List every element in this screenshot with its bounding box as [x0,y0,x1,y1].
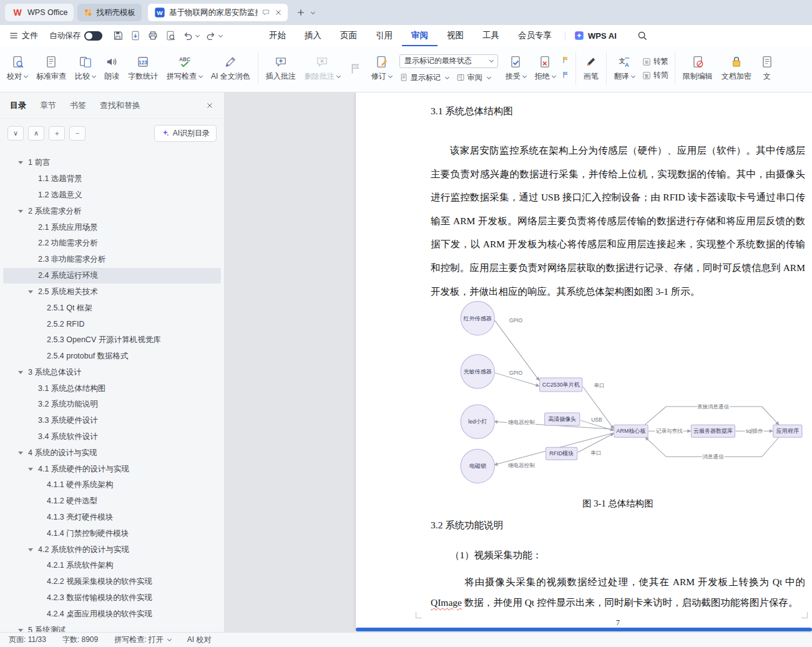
reject-change-button[interactable]: 拒绝 [531,53,560,84]
read-aloud-button[interactable]: 朗读 [100,53,124,84]
undo-button[interactable] [180,27,202,44]
insert-comment-button[interactable]: 插入批注 [262,53,300,84]
toc-item[interactable]: 5 系统测试 [3,622,221,632]
toc-item[interactable]: 3.4 系统软件设计 [3,429,221,445]
toc-item[interactable]: 2.5.2 RFID [3,316,221,332]
save-button[interactable] [110,27,126,44]
tab-insert[interactable]: 插入 [295,25,331,46]
autosave-control[interactable]: 自动保存 [49,31,102,41]
toc-expand-caret[interactable] [18,161,28,164]
search-button[interactable] [637,30,648,41]
zoom-out-button[interactable]: － [69,126,86,141]
toc-item[interactable]: 2.3 非功能需求分析 [3,252,221,268]
toc-item[interactable]: 4.1.1 硬件系统架构 [3,477,221,493]
toc-item[interactable]: 2.5.1 Qt 框架 [3,300,221,316]
tab-wps-office[interactable]: W WPS Office [5,4,74,21]
export-button[interactable] [127,27,144,44]
to-simplified-button[interactable]: 繁转简 [642,70,668,81]
previous-change-button[interactable] [562,56,570,67]
spell-check-status[interactable]: 拼写检查: 打开 [114,635,171,645]
accept-change-button[interactable]: 接受 [501,53,531,84]
toc-item[interactable]: 4.1.4 门禁控制硬件模块 [3,525,221,541]
toc-item[interactable]: 4 系统的设计与实现 [3,445,221,461]
toc-item[interactable]: 2.5.3 OpenCV 开源计算机视觉库 [3,332,221,348]
ai-polish-button[interactable]: AI 全文润色 [207,53,255,84]
tab-list-chevron-icon[interactable] [311,9,315,14]
sidebar-tab-bookmarks[interactable]: 书签 [70,100,86,111]
toc-item[interactable]: 2.5.4 protobuf 数据格式 [3,348,221,365]
close-tab-icon[interactable] [274,8,283,17]
track-changes-button[interactable]: 修订 [367,53,396,84]
page-indicator[interactable]: 页面: 11/33 [9,635,46,645]
tab-member[interactable]: 会员专享 [509,25,561,46]
clipped-ribbon-button[interactable]: 文 [756,53,778,84]
sidebar-tab-chapters[interactable]: 章节 [40,100,56,111]
toc-expand-caret[interactable] [28,290,38,294]
standard-review-button[interactable]: 标准审查 [32,53,71,84]
toc-item[interactable]: 1 前言 [3,155,221,171]
review-pane-button[interactable]: 审阅 [456,72,491,83]
toc-item[interactable]: 3.2 系统功能说明 [3,397,221,413]
horizontal-scrollbar[interactable] [356,628,812,631]
tab-page[interactable]: 页面 [331,25,366,46]
show-markup-button[interactable]: 显示标记 [399,72,449,83]
translate-button[interactable]: 文A翻译 [610,53,639,84]
toc-item[interactable]: 4.2 系统软件的设计与实现 [3,541,221,558]
tab-template-store[interactable]: 找稻壳模板 [77,4,142,21]
redo-button[interactable] [203,27,225,44]
toc-item[interactable]: 4.1.2 硬件选型 [3,493,221,510]
tab-tools[interactable]: 工具 [473,25,509,46]
word-count-button[interactable]: 123字数统计 [124,53,162,84]
document-page[interactable]: 3.1 系统总体结构图 该家居安防监控系统在架构上分为传感层（硬件）、应用层（软… [356,92,812,628]
file-menu-button[interactable]: 文件 [2,25,44,46]
toc-item[interactable]: 4.2.4 桌面应用模块的软件实现 [3,606,221,622]
tab-reference[interactable]: 引用 [366,25,402,46]
encrypt-document-button[interactable]: 文档加密 [717,53,756,84]
new-tab-button[interactable] [293,4,309,21]
wps-ai-button[interactable]: WPS AI [569,31,622,41]
toc-item[interactable]: 2 系统需求分析 [3,203,221,219]
toc-item[interactable]: 2.2 功能需求分析 [3,235,221,252]
toc-item[interactable]: 4.1 系统硬件的设计与实现 [3,461,221,477]
toc-item[interactable]: 1.1 选题背景 [3,171,221,187]
ai-recognize-toc-button[interactable]: AI识别目录 [154,125,217,142]
toc-item[interactable]: 2.4 系统运行环境 [3,268,221,284]
ai-proofread-status[interactable]: AI 校对 [187,635,212,645]
next-change-button[interactable] [562,71,570,82]
autosave-toggle[interactable] [84,31,102,41]
toc-item[interactable]: 2.5 系统相关技术 [3,284,221,300]
zoom-in-button[interactable]: ＋ [49,126,65,141]
toc-item[interactable]: 4.2.1 系统软件架构 [3,558,221,574]
spell-check-button[interactable]: ABC拼写检查 [162,53,207,84]
compare-button[interactable]: 比较 [71,53,100,84]
comment-bubble-icon[interactable] [262,8,270,17]
toc-item[interactable]: 3.3 系统硬件设计 [3,413,221,429]
tab-view[interactable]: 视图 [438,25,473,46]
proofread-button[interactable]: 校对 [2,53,32,84]
toc-expand-caret[interactable] [28,468,38,471]
toc-item[interactable]: 4.2.2 视频采集模块的软件实现 [3,574,221,590]
sidebar-tab-contents[interactable]: 目录 [10,100,26,111]
print-button[interactable] [145,27,161,44]
collapse-all-button[interactable]: ∧ [28,126,44,141]
toc-item[interactable]: 2.1 系统应用场景 [3,219,221,235]
close-sidebar-button[interactable] [205,101,214,110]
toc-expand-caret[interactable] [18,452,28,455]
tab-home[interactable]: 开始 [260,25,295,46]
toc-item[interactable]: 3 系统总体设计 [3,364,221,380]
sidebar-tab-find-replace[interactable]: 查找和替换 [100,100,140,111]
toc-item[interactable]: 3.1 系统总体结构图 [3,380,221,397]
markup-state-dropdown[interactable]: 显示标记的最终状态 [399,54,498,68]
toc-item[interactable]: 4.1.3 亮灯硬件模块 [3,510,221,526]
toc-expand-caret[interactable] [18,371,28,374]
delete-comment-button[interactable]: 删除批注 [300,53,345,84]
tab-review[interactable]: 审阅 [402,25,438,46]
toc-expand-caret[interactable] [18,629,28,632]
restrict-edit-button[interactable]: 限制编辑 [678,53,717,84]
expand-all-button[interactable]: ∨ [7,126,24,141]
tab-document[interactable]: W 基于物联网的家居安防监控系 [148,4,288,21]
toc-expand-caret[interactable] [18,210,28,213]
print-preview-button[interactable] [162,27,179,44]
revoke-comment-button[interactable] [345,60,367,77]
to-traditional-button[interactable]: 简转繁 [642,56,668,67]
